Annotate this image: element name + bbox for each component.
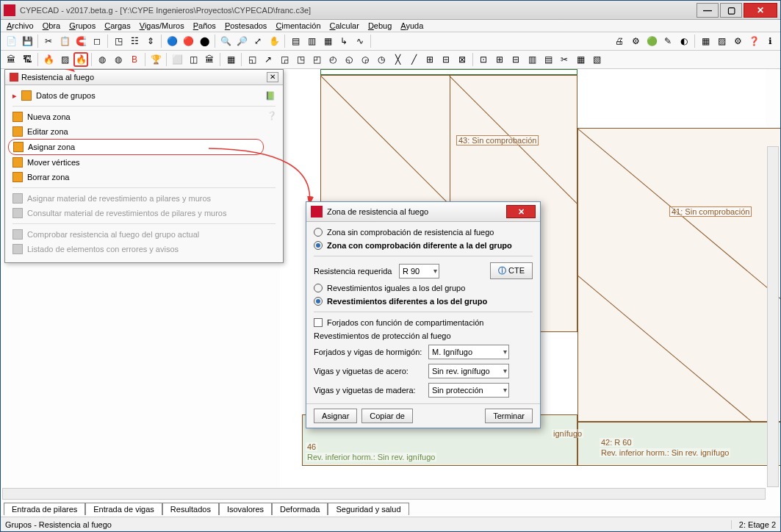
bim-icon[interactable]: B [127,52,142,67]
tool-icon[interactable]: ⬜ [170,52,184,67]
tool-icon[interactable]: ↗ [261,52,276,67]
menu-cimentacion[interactable]: Cimentación [276,21,320,30]
panel-titlebar[interactable]: Resistencia al fuego ✕ [5,70,283,85]
cte-button[interactable]: ⓘ CTE [490,262,533,279]
tool-icon[interactable]: ◐ [677,34,691,48]
tool-icon[interactable]: ⊞ [492,52,507,67]
tool-icon[interactable]: ☷ [127,34,142,48]
tool-icon[interactable]: 🏆 [148,52,163,67]
tool-icon[interactable]: ▨ [57,52,72,67]
close-button[interactable]: ✕ [744,3,777,18]
tab-deformada[interactable]: Deformada [272,503,328,515]
menu-calcular[interactable]: Calcular [330,21,359,30]
tool-icon[interactable]: ⚙ [730,34,745,48]
zoom-out-icon[interactable]: 🔎 [234,34,249,48]
menu-grupos[interactable]: Grupos [69,21,96,30]
tool-icon[interactable]: ▤ [288,34,303,48]
tool-icon[interactable]: ↳ [336,34,351,48]
tool-icon[interactable]: ▦ [573,52,588,67]
tool-icon[interactable]: ⇕ [143,34,158,48]
vertical-scrollbar[interactable] [767,146,779,487]
tool-icon[interactable]: ◱ [245,52,259,67]
tool-icon[interactable]: ✎ [661,34,675,48]
help-icon[interactable]: ❓ [746,34,761,48]
tool-icon[interactable]: 🔴 [181,34,195,48]
tool-icon[interactable]: ∿ [353,34,367,48]
tool-icon[interactable]: 🔵 [165,34,179,48]
tool-icon[interactable]: ◻ [90,34,104,48]
menu-ayuda[interactable]: Ayuda [400,21,423,30]
tool-icon[interactable]: ▥ [304,34,319,48]
book-icon[interactable]: 📗 [265,91,276,101]
panel-item-mover-vertices[interactable]: Mover vértices [8,155,264,170]
tool-icon[interactable]: ⊟ [508,52,523,67]
tab-seguridad[interactable]: Seguridad y salud [328,503,409,515]
tool-icon[interactable]: ▦ [320,34,335,48]
tool-icon[interactable]: ╳ [390,52,405,67]
checkbox-compartment[interactable]: Forjados con función de compartimentació… [314,318,533,327]
panel-item-asignar-zona[interactable]: Asignar zona [8,139,264,155]
concrete-select[interactable]: M. Ignífugo [428,345,509,359]
radio-coatings-same[interactable]: Revestimientos iguales a los del grupo [314,284,533,292]
tool-icon[interactable]: 🧲 [73,34,88,48]
tool-icon[interactable]: ◵ [342,52,356,67]
tool-icon[interactable]: 📄 [4,34,18,48]
tool-icon[interactable]: ◷ [374,52,389,67]
panel-help-icon[interactable]: ❔ [264,109,280,184]
maximize-button[interactable]: ▢ [720,3,742,18]
tab-isovalores[interactable]: Isovalores [219,503,272,515]
tool-icon[interactable]: ✂ [557,52,572,67]
tool-icon[interactable]: ◳ [111,34,126,48]
panel-header-item[interactable]: ▸ Datos de grupos 📗 [8,88,280,103]
tool-icon[interactable]: ⊞ [422,52,437,67]
tool-icon[interactable]: 🏛 [202,52,217,67]
print-icon[interactable]: 🖨 [612,34,627,48]
tool-icon[interactable]: 🏛 [4,52,18,67]
tool-icon[interactable]: 🏗 [20,52,35,67]
tool-icon[interactable]: ▧ [589,52,604,67]
menu-postesados[interactable]: Postesados [225,21,267,30]
tool-icon[interactable]: 🔥 [41,52,56,67]
tool-icon[interactable]: 💾 [20,34,35,48]
menu-archivo[interactable]: Archivo [7,21,34,30]
tab-entrada-pilares[interactable]: Entrada de pilares [4,503,85,515]
tool-icon[interactable]: ◲ [277,52,292,67]
info-icon[interactable]: ℹ [763,34,777,48]
menu-cargas[interactable]: Cargas [104,21,130,30]
tool-icon[interactable]: ◍ [111,52,126,67]
radio-different-check[interactable]: Zona con comprobación diferente a la del… [314,241,533,250]
zoom-in-icon[interactable]: 🔍 [218,34,233,48]
tool-icon[interactable]: ◰ [309,52,324,67]
finish-button[interactable]: Terminar [485,409,533,423]
panel-item-nueva-zona[interactable]: Nueva zona [8,109,264,124]
zoom-fit-icon[interactable]: ⤢ [251,34,265,48]
zone-41[interactable] [577,128,780,422]
panel-close-button[interactable]: ✕ [267,72,278,82]
copy-from-button[interactable]: Copiar de [361,409,413,423]
menu-vigas-muros[interactable]: Vigas/Muros [140,21,184,30]
tool-icon[interactable]: ▤ [541,52,555,67]
tool-icon[interactable]: ▥ [525,52,539,67]
menu-debug[interactable]: Debug [368,21,392,30]
menu-obra[interactable]: Obra [43,21,60,30]
tab-resultados[interactable]: Resultados [162,503,219,515]
tool-icon[interactable]: ◴ [325,52,340,67]
tool-icon[interactable]: 📋 [57,34,72,48]
menu-panos[interactable]: Paños [193,21,216,30]
tool-icon[interactable]: ◍ [95,52,109,67]
radio-no-check[interactable]: Zona sin comprobación de resistencia al … [314,228,533,237]
pan-icon[interactable]: ✋ [267,34,281,48]
tool-icon[interactable]: 🟢 [644,34,659,48]
tool-icon[interactable]: ⊟ [439,52,453,67]
tool-icon[interactable]: ⚙ [628,34,643,48]
tab-entrada-vigas[interactable]: Entrada de vigas [85,503,162,515]
steel-select[interactable]: Sin rev. ignífugo [428,364,509,378]
minimize-button[interactable]: — [697,3,719,18]
tool-icon[interactable]: ▦ [698,34,713,48]
radio-coatings-different[interactable]: Revestimientos diferentes a los del grup… [314,297,533,306]
tool-icon[interactable]: ▦ [223,52,238,67]
panel-item-editar-zona[interactable]: Editar zona [8,124,264,139]
horizontal-scrollbar[interactable] [2,488,766,500]
tool-icon[interactable]: ╱ [406,52,421,67]
tool-icon[interactable]: ◶ [358,52,372,67]
